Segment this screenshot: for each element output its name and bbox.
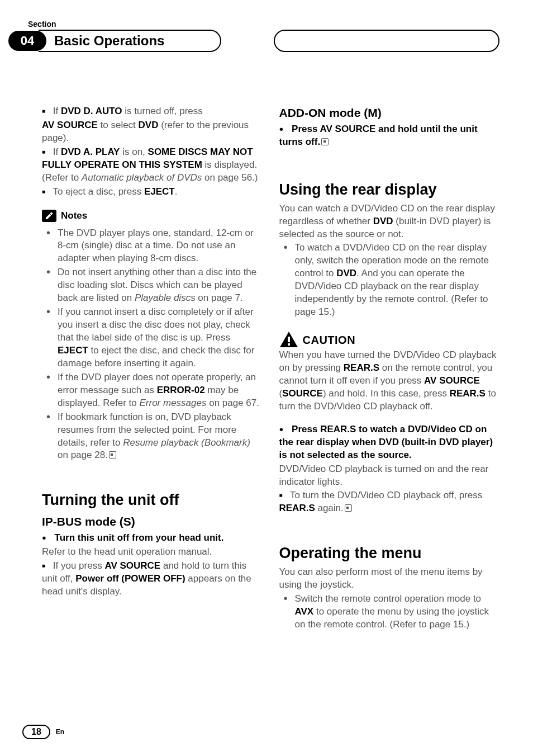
warning-icon [279,331,298,348]
text: If [53,106,61,116]
text: AVX [295,606,314,617]
text: EJECT [144,186,175,197]
body-text: DVD/Video CD playback is turned on and t… [279,463,500,489]
text: If [53,147,61,157]
end-mark-icon [109,451,116,459]
body-text: Turn this unit off from your head unit. [42,532,263,545]
text: Turn this unit off from your head unit. [55,532,224,543]
text: on page 67. [206,398,259,408]
text: To turn the DVD/Video CD playback off, p… [290,490,482,500]
text: DVD [336,268,356,278]
svg-rect-1 [288,337,290,342]
body-text: When you have turned the DVD/Video CD pl… [279,349,500,413]
heading-rear-display: Using the rear display [279,179,500,200]
chapter-title: Basic Operations [39,30,221,52]
text: Playable discs [135,292,196,303]
text: again. [315,503,344,513]
text: AV SOURCE [42,120,98,130]
text: SOURCE [282,388,323,399]
list-item: If you cannot insert a disc completely o… [42,306,263,370]
list-item: The DVD player plays one, standard, 12-c… [42,227,263,266]
page-footer: 18 En [22,725,64,739]
heading-addon: ADD-ON mode (M) [279,105,500,121]
body-text: To turn the DVD/Video CD playback off, p… [279,489,500,515]
text: DVD A. PLAY [61,147,120,157]
heading-operating-menu: Operating the menu [279,543,500,563]
text: DVD D. AUTO [61,106,122,116]
body-text: Press AV SOURCE and hold until the unit … [279,123,500,149]
text: REAR.S [344,362,379,373]
caution-label: CAUTION [303,333,356,348]
body-text: If DVD D. AUTO is turned off, press [42,105,263,118]
body-text: Press REAR.S to watch a DVD/Video CD on … [279,423,500,462]
text: . [175,186,178,197]
text: Automatic playback of DVDs [82,172,202,183]
body-text: You can watch a DVD/Video CD on the rear… [279,202,500,241]
language-label: En [56,728,64,736]
list-item: If the DVD player does not operate prope… [42,371,263,410]
list-item: Switch the remote control operation mode… [279,593,500,631]
text: ) and hold. In this case, press [323,388,450,399]
list-item: If bookmark function is on, DVD playback… [42,411,263,462]
notes-label: Notes [61,210,87,223]
body-text: Refer to the head unit operation manual. [42,546,263,559]
rear-list: To watch a DVD/Video CD on the rear disp… [279,242,500,319]
text: Resume playback (Bookmark) [123,437,250,448]
text: ERROR-02 [157,385,205,395]
text: is on, [120,147,147,157]
body-text: If you press AV SOURCE and hold to turn … [42,560,263,598]
text: AV SOURCE [104,560,160,571]
left-column: If DVD D. AUTO is turned off, press AV S… [42,105,263,632]
svg-rect-2 [288,343,290,346]
text: on page 28. [58,450,108,460]
text: REAR.S [279,503,315,513]
text: to select [98,120,139,130]
text: REAR.S [450,388,486,399]
end-mark-icon [321,138,329,145]
body-text: To eject a disc, press EJECT. [42,186,263,199]
page-number: 18 [22,725,50,739]
section-label: Section [28,20,499,29]
text: If you press [53,560,105,571]
text: is turned off, press [122,106,203,116]
text: To eject a disc, press [53,186,144,197]
text: Error messages [139,398,206,408]
header-bar: 04 Basic Operations [8,30,499,52]
caution-heading: CAUTION [279,331,500,348]
text: on page 56.) [202,172,258,183]
body-text: AV SOURCE to select DVD (refer to the pr… [42,119,263,145]
heading-ipbus: IP-BUS mode (S) [42,514,263,530]
list-item: To watch a DVD/Video CD on the rear disp… [279,242,500,319]
right-column: ADD-ON mode (M) Press AV SOURCE and hold… [279,105,500,632]
text: DVD [139,120,159,130]
text: Press AV SOURCE and hold until the unit … [279,124,478,147]
text: on page 7. [196,292,243,303]
menu-list: Switch the remote control operation mode… [279,593,500,631]
body-text: If DVD A. PLAY is on, SOME DISCS MAY NOT… [42,146,263,185]
pencil-icon [42,210,56,222]
text: to operate the menu by using the joystic… [295,606,489,630]
text: If you cannot insert a disc completely o… [58,306,254,343]
text: Switch the remote control operation mode… [295,593,482,604]
header-decor-pill [274,30,499,52]
text: AV SOURCE [424,375,480,386]
body-text: You can also perform most of the menu it… [279,566,500,592]
text: Power off (POWER OFF) [75,573,185,584]
heading-turning-off: Turning the unit off [42,490,263,510]
list-item: Do not insert anything other than a disc… [42,266,263,305]
end-mark-icon [345,504,352,512]
text: DVD [373,216,393,226]
notes-heading: Notes [42,210,263,223]
notes-list: The DVD player plays one, standard, 12-c… [42,227,263,462]
text: Press REAR.S to watch a DVD/Video CD on … [279,424,493,460]
text: EJECT [58,345,88,356]
